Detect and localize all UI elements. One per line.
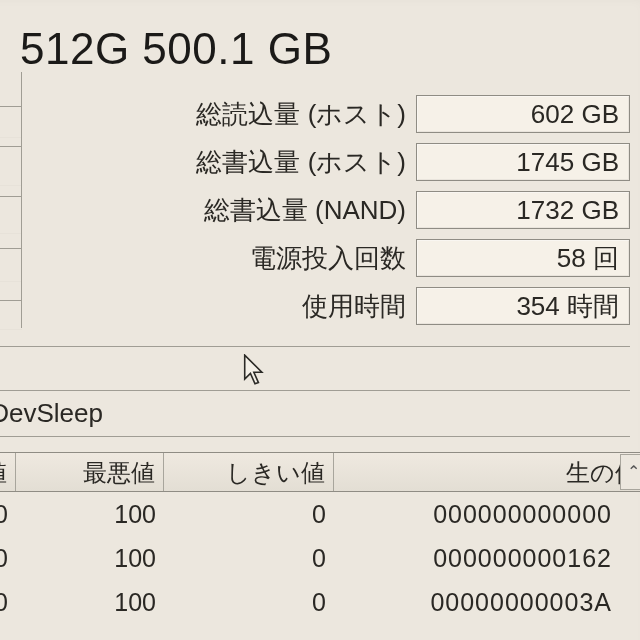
grid-header-raw[interactable]: 生の値 <box>334 453 640 491</box>
stat-label: 総書込量 (NAND) <box>22 193 416 228</box>
stat-label: 総書込量 (ホスト) <box>22 145 416 180</box>
stat-row-power-count: 電源投入回数 58 回 <box>0 234 640 282</box>
grid-header-worst[interactable]: 最悪値 <box>16 453 164 491</box>
smart-grid-rows: 100 100 0 000000000000 100 100 0 0000000… <box>0 492 620 624</box>
stat-label: 電源投入回数 <box>22 241 416 276</box>
scroll-up-button[interactable]: ⌃ <box>620 454 640 490</box>
stat-row-host-write: 総書込量 (ホスト) 1745 GB <box>0 138 640 186</box>
stat-value: 1745 GB <box>416 143 630 181</box>
smart-grid-header: 現在値 最悪値 しきい値 生の値 <box>0 452 640 492</box>
drive-title: 512G 500.1 GB <box>0 0 640 80</box>
stats-block: 総読込量 (ホスト) 602 GB 総書込量 (ホスト) 1745 GB 総書込… <box>0 90 640 330</box>
grid-header-threshold[interactable]: しきい値 <box>164 453 334 491</box>
table-row[interactable]: 100 100 0 000000000162 <box>0 536 620 580</box>
stat-label: 使用時間 <box>22 289 416 324</box>
left-info-box <box>0 72 22 328</box>
stat-value: 1732 GB <box>416 191 630 229</box>
stat-label: 総読込量 (ホスト) <box>22 97 416 132</box>
left-fragment: , NCQ, TRIM, DevSleep <box>0 398 103 429</box>
grid-header-current[interactable]: 現在値 <box>0 453 16 491</box>
disk-info-window: 512G 500.1 GB 総読込量 (ホスト) 602 GB 総書込量 (ホス… <box>0 0 640 640</box>
stat-row-nand-write: 総書込量 (NAND) 1732 GB <box>0 186 640 234</box>
cursor-icon <box>242 354 268 386</box>
table-row[interactable]: 100 100 0 000000000000 <box>0 492 620 536</box>
stat-row-host-read: 総読込量 (ホスト) 602 GB <box>0 90 640 138</box>
stat-row-hours: 使用時間 354 時間 <box>0 282 640 330</box>
table-row[interactable]: 100 100 0 00000000003A <box>0 580 620 624</box>
stat-value: 58 回 <box>416 239 630 277</box>
stat-value: 354 時間 <box>416 287 630 325</box>
stat-value: 602 GB <box>416 95 630 133</box>
